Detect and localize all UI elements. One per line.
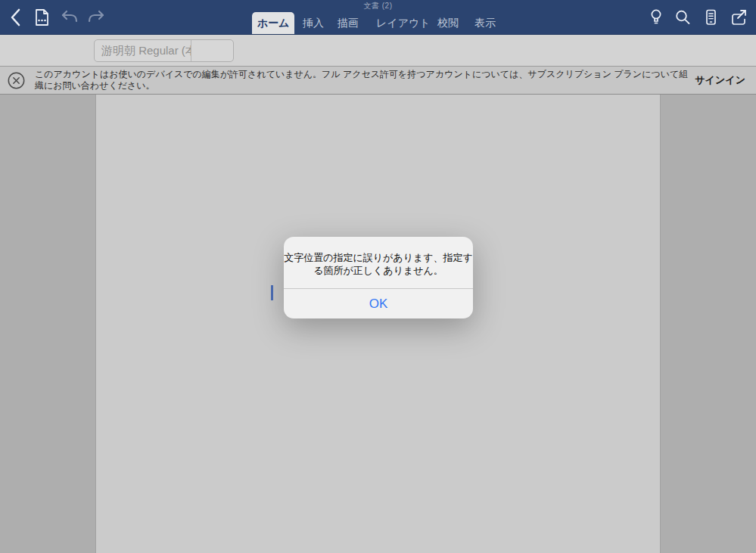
top-navigation-bar: 文書 (2)	[0, 0, 756, 35]
document-title: 文書 (2)	[0, 1, 756, 11]
lightbulb-icon	[647, 8, 665, 27]
tab-insert[interactable]: 挿入	[303, 12, 324, 34]
tell-me-button[interactable]	[646, 7, 667, 28]
banner-message: このアカウントはお使いのデバイスでの編集が許可されていません。フル アクセス許可…	[35, 69, 688, 92]
text-caret	[271, 285, 273, 300]
document-page[interactable]	[95, 95, 661, 553]
formatting-toolbar: 游明朝 Regular (本 B I U A.. A	[0, 35, 756, 66]
tab-view[interactable]: 表示	[474, 12, 496, 34]
search-icon	[674, 8, 692, 27]
tab-layout[interactable]: レイアウト	[376, 12, 431, 34]
ribbon-tabs: ホーム 挿入 描画 レイアウト 校閲 表示	[0, 12, 756, 34]
tab-home[interactable]: ホーム	[252, 12, 294, 34]
search-button[interactable]	[672, 7, 693, 28]
app-window: 文書 (2)	[0, 0, 756, 553]
alert-message: 文字位置の指定に誤りがあります、指定す る箇所が正しくありません。	[284, 237, 473, 288]
sign-in-button[interactable]: サインイン	[695, 67, 745, 94]
font-control: 游明朝 Regular (本	[94, 39, 234, 62]
mobile-view-icon	[702, 8, 720, 27]
tab-review[interactable]: 校閲	[437, 12, 459, 34]
font-name-field[interactable]: 游明朝 Regular (本	[95, 40, 191, 61]
share-icon	[729, 8, 748, 27]
dismiss-banner-button[interactable]	[6, 70, 26, 91]
alert-dialog: 文字位置の指定に誤りがあります、指定す る箇所が正しくありません。 OK	[284, 237, 473, 318]
mobile-view-button[interactable]	[700, 7, 721, 28]
close-circle-icon	[6, 70, 26, 91]
alert-ok-button[interactable]: OK	[284, 289, 473, 318]
font-size-field[interactable]	[191, 40, 233, 61]
share-button[interactable]	[728, 7, 749, 28]
account-warning-banner: このアカウントはお使いのデバイスでの編集が許可されていません。フル アクセス許可…	[0, 66, 756, 95]
tab-draw[interactable]: 描画	[338, 12, 359, 34]
